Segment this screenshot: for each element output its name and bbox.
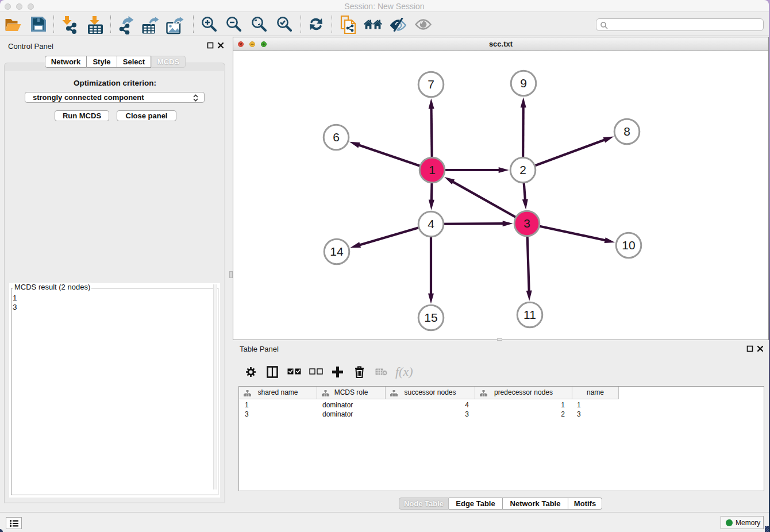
svg-text:8: 8 [623, 125, 630, 138]
svg-text:6: 6 [333, 130, 340, 144]
svg-text:2: 2 [519, 163, 526, 176]
svg-text:4: 4 [428, 217, 434, 230]
svg-text:7: 7 [428, 78, 434, 91]
svg-text:14: 14 [330, 245, 344, 258]
svg-text:3: 3 [523, 217, 530, 230]
svg-text:11: 11 [523, 308, 536, 321]
svg-text:9: 9 [520, 76, 527, 90]
svg-text:10: 10 [622, 238, 635, 252]
svg-text:1: 1 [429, 163, 436, 176]
svg-text:15: 15 [424, 311, 437, 324]
